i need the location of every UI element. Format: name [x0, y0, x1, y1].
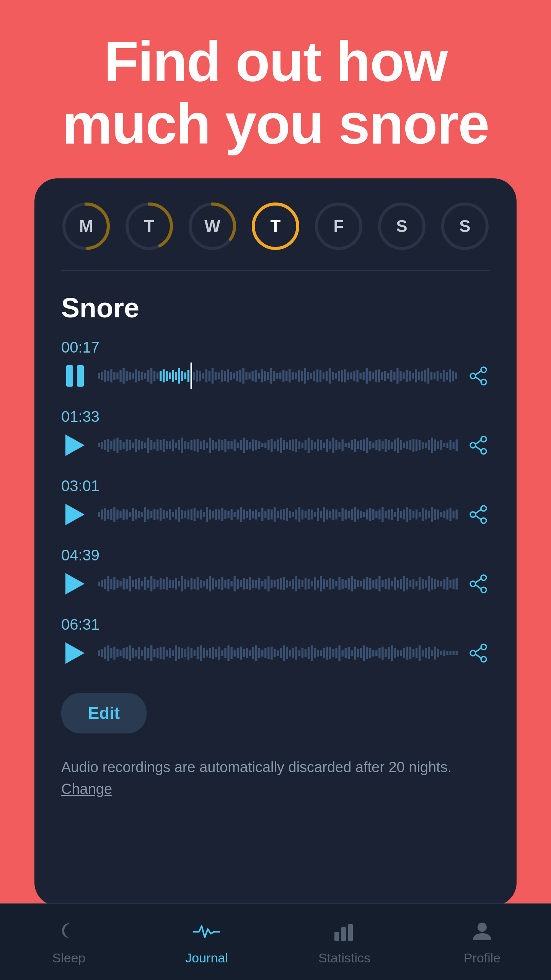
share-button-4[interactable]	[467, 572, 490, 595]
svg-rect-492	[453, 579, 455, 589]
day-btn-t1[interactable]: T	[124, 201, 174, 251]
svg-rect-387	[129, 576, 131, 591]
svg-rect-43	[196, 370, 198, 382]
nav-item-statistics[interactable]: Statistics	[276, 918, 413, 965]
svg-rect-490	[446, 577, 448, 590]
svg-rect-307	[258, 512, 260, 517]
svg-rect-21	[129, 372, 131, 380]
svg-rect-156	[169, 441, 171, 449]
svg-rect-115	[418, 372, 420, 380]
svg-rect-92	[347, 372, 349, 380]
svg-rect-599	[406, 647, 408, 660]
svg-rect-283	[184, 511, 186, 518]
svg-rect-390	[138, 578, 140, 590]
svg-rect-523	[172, 650, 174, 656]
svg-rect-57	[239, 370, 241, 382]
svg-rect-95	[356, 370, 358, 382]
svg-point-372	[481, 506, 486, 511]
svg-rect-233	[406, 441, 408, 449]
edit-button[interactable]: Edit	[61, 693, 147, 733]
waveform-2[interactable]	[98, 432, 458, 459]
svg-rect-306	[255, 510, 257, 519]
svg-rect-421	[234, 576, 236, 591]
day-btn-s1[interactable]: S	[377, 201, 427, 251]
day-btn-t2[interactable]: T	[251, 201, 300, 251]
svg-rect-594	[391, 645, 393, 661]
svg-rect-532	[200, 645, 202, 661]
svg-rect-124	[446, 372, 448, 380]
svg-rect-194	[286, 442, 288, 449]
share-button-1[interactable]	[467, 364, 490, 387]
svg-rect-488	[440, 581, 442, 586]
waveform-1[interactable]	[98, 363, 458, 389]
svg-rect-579	[345, 648, 347, 658]
svg-rect-122	[440, 373, 442, 379]
svg-rect-218	[360, 440, 362, 450]
svg-rect-593	[388, 647, 390, 659]
svg-rect-446	[311, 581, 313, 586]
play-button-4[interactable]	[61, 570, 89, 598]
svg-rect-186	[261, 443, 263, 447]
nav-item-profile[interactable]: Profile	[413, 918, 551, 965]
svg-rect-585	[363, 645, 365, 661]
svg-rect-571	[320, 650, 322, 656]
share-button-2[interactable]	[467, 434, 490, 457]
svg-rect-566	[305, 649, 306, 657]
share-button-3[interactable]	[467, 503, 490, 526]
svg-rect-116	[421, 371, 423, 381]
day-btn-m[interactable]: M	[61, 201, 111, 251]
audio-row-2	[61, 431, 490, 459]
svg-rect-269	[141, 512, 143, 517]
svg-rect-107	[393, 372, 395, 380]
svg-rect-259	[110, 509, 112, 520]
waveform-4[interactable]	[98, 570, 458, 597]
svg-rect-597	[400, 650, 402, 656]
svg-rect-149	[147, 438, 149, 453]
nav-item-journal[interactable]: Journal	[138, 918, 276, 965]
play-button-2[interactable]	[61, 431, 89, 459]
svg-rect-15	[110, 369, 112, 382]
svg-rect-148	[144, 443, 146, 448]
svg-rect-501	[104, 647, 106, 659]
svg-rect-396	[156, 580, 158, 587]
svg-rect-365	[437, 510, 439, 519]
waveform-5[interactable]	[98, 640, 458, 666]
play-button-3[interactable]	[61, 501, 89, 528]
svg-rect-319	[295, 510, 297, 519]
svg-rect-416	[218, 579, 220, 589]
svg-rect-280	[175, 510, 177, 519]
footer-note-link[interactable]: Change	[61, 781, 112, 797]
day-btn-s2[interactable]: S	[440, 201, 490, 251]
svg-point-250	[481, 436, 486, 442]
svg-rect-517	[153, 649, 155, 657]
svg-rect-533	[203, 648, 205, 658]
svg-rect-377	[98, 582, 100, 586]
pause-button-1[interactable]	[61, 362, 89, 390]
day-btn-f[interactable]: F	[314, 201, 364, 251]
waveform-3[interactable]	[98, 501, 458, 528]
svg-rect-189	[271, 439, 272, 452]
svg-rect-284	[187, 510, 189, 519]
svg-rect-345	[375, 511, 377, 518]
svg-rect-135	[104, 440, 106, 450]
svg-rect-305	[252, 511, 254, 518]
svg-rect-524	[175, 645, 177, 661]
svg-rect-89	[338, 371, 340, 381]
nav-label-sleep: Sleep	[52, 951, 86, 965]
svg-rect-504	[113, 647, 115, 660]
svg-rect-120	[434, 372, 435, 379]
svg-rect-431	[264, 579, 266, 589]
day-btn-w[interactable]: W	[187, 201, 237, 251]
svg-rect-163	[191, 440, 192, 450]
svg-rect-578	[342, 650, 344, 657]
svg-rect-426	[249, 577, 251, 590]
nav-item-sleep[interactable]: Sleep	[0, 918, 138, 965]
share-button-5[interactable]	[467, 642, 490, 665]
play-button-5[interactable]	[61, 639, 89, 667]
svg-rect-312	[274, 507, 276, 522]
svg-rect-164	[194, 439, 196, 451]
svg-rect-406	[187, 580, 189, 587]
svg-rect-276	[163, 510, 165, 519]
svg-rect-232	[403, 443, 405, 448]
svg-line-253	[476, 440, 481, 444]
